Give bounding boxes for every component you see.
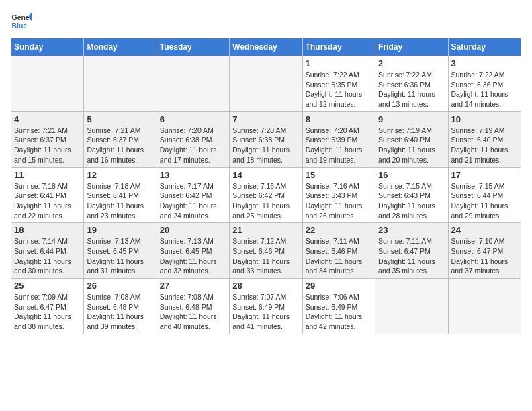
calendar-cell: 6Sunrise: 7:20 AM Sunset: 6:38 PM Daylig… [157, 111, 229, 167]
column-header-tuesday: Tuesday [157, 38, 229, 56]
day-info: Sunrise: 7:18 AM Sunset: 6:41 PM Dayligh… [87, 181, 153, 221]
calendar-cell: 2Sunrise: 7:22 AM Sunset: 6:36 PM Daylig… [375, 56, 448, 112]
calendar-cell: 14Sunrise: 7:16 AM Sunset: 6:42 PM Dayli… [230, 167, 302, 223]
day-info: Sunrise: 7:17 AM Sunset: 6:42 PM Dayligh… [160, 181, 226, 221]
calendar-cell: 18Sunrise: 7:14 AM Sunset: 6:44 PM Dayli… [11, 223, 84, 279]
day-number: 27 [160, 281, 226, 291]
week-row-2: 4Sunrise: 7:21 AM Sunset: 6:37 PM Daylig… [11, 111, 521, 167]
calendar-cell: 23Sunrise: 7:11 AM Sunset: 6:47 PM Dayli… [375, 223, 448, 279]
day-number: 25 [14, 281, 81, 291]
day-info: Sunrise: 7:16 AM Sunset: 6:42 PM Dayligh… [232, 181, 299, 221]
calendar-cell: 13Sunrise: 7:17 AM Sunset: 6:42 PM Dayli… [157, 167, 229, 223]
day-number: 28 [232, 281, 299, 291]
day-info: Sunrise: 7:16 AM Sunset: 6:43 PM Dayligh… [306, 181, 372, 221]
calendar-cell: 15Sunrise: 7:16 AM Sunset: 6:43 PM Dayli… [302, 167, 375, 223]
calendar-cell: 20Sunrise: 7:13 AM Sunset: 6:45 PM Dayli… [157, 223, 229, 279]
day-info: Sunrise: 7:10 AM Sunset: 6:47 PM Dayligh… [451, 236, 518, 276]
day-info: Sunrise: 7:11 AM Sunset: 6:46 PM Dayligh… [306, 236, 372, 276]
day-number: 11 [14, 170, 81, 180]
day-number: 20 [160, 225, 226, 235]
calendar-cell: 27Sunrise: 7:08 AM Sunset: 6:48 PM Dayli… [157, 279, 229, 334]
day-info: Sunrise: 7:07 AM Sunset: 6:49 PM Dayligh… [232, 292, 299, 332]
day-info: Sunrise: 7:13 AM Sunset: 6:45 PM Dayligh… [87, 236, 153, 276]
calendar-cell: 10Sunrise: 7:19 AM Sunset: 6:40 PM Dayli… [448, 111, 521, 167]
day-info: Sunrise: 7:06 AM Sunset: 6:49 PM Dayligh… [306, 292, 372, 332]
calendar-cell: 3Sunrise: 7:22 AM Sunset: 6:36 PM Daylig… [448, 56, 521, 112]
day-info: Sunrise: 7:22 AM Sunset: 6:36 PM Dayligh… [378, 70, 445, 109]
day-number: 13 [160, 170, 226, 180]
calendar-cell: 5Sunrise: 7:21 AM Sunset: 6:37 PM Daylig… [84, 111, 157, 167]
calendar-cell: 28Sunrise: 7:07 AM Sunset: 6:49 PM Dayli… [230, 279, 302, 334]
calendar-cell: 16Sunrise: 7:15 AM Sunset: 6:43 PM Dayli… [375, 167, 448, 223]
day-info: Sunrise: 7:21 AM Sunset: 6:37 PM Dayligh… [14, 126, 81, 165]
day-info: Sunrise: 7:13 AM Sunset: 6:45 PM Dayligh… [160, 236, 226, 276]
calendar-cell: 22Sunrise: 7:11 AM Sunset: 6:46 PM Dayli… [302, 223, 375, 279]
day-number: 2 [378, 58, 445, 68]
day-info: Sunrise: 7:12 AM Sunset: 6:46 PM Dayligh… [232, 236, 299, 276]
day-info: Sunrise: 7:20 AM Sunset: 6:38 PM Dayligh… [160, 126, 226, 165]
calendar-cell [157, 56, 229, 112]
column-header-monday: Monday [84, 38, 157, 56]
day-info: Sunrise: 7:15 AM Sunset: 6:43 PM Dayligh… [378, 181, 445, 221]
day-number: 6 [160, 114, 226, 124]
calendar-cell: 25Sunrise: 7:09 AM Sunset: 6:47 PM Dayli… [11, 279, 84, 334]
day-number: 16 [378, 170, 445, 180]
column-header-saturday: Saturday [448, 38, 521, 56]
day-info: Sunrise: 7:11 AM Sunset: 6:47 PM Dayligh… [378, 236, 445, 276]
day-info: Sunrise: 7:18 AM Sunset: 6:41 PM Dayligh… [14, 181, 81, 221]
week-row-5: 25Sunrise: 7:09 AM Sunset: 6:47 PM Dayli… [11, 279, 521, 334]
day-number: 26 [87, 281, 153, 291]
day-info: Sunrise: 7:08 AM Sunset: 6:48 PM Dayligh… [87, 292, 153, 332]
week-row-4: 18Sunrise: 7:14 AM Sunset: 6:44 PM Dayli… [11, 223, 521, 279]
column-header-friday: Friday [375, 38, 448, 56]
calendar-cell: 26Sunrise: 7:08 AM Sunset: 6:48 PM Dayli… [84, 279, 157, 334]
calendar-cell: 11Sunrise: 7:18 AM Sunset: 6:41 PM Dayli… [11, 167, 84, 223]
calendar-cell: 29Sunrise: 7:06 AM Sunset: 6:49 PM Dayli… [302, 279, 375, 334]
day-number: 14 [232, 170, 299, 180]
calendar-cell: 19Sunrise: 7:13 AM Sunset: 6:45 PM Dayli… [84, 223, 157, 279]
day-info: Sunrise: 7:19 AM Sunset: 6:40 PM Dayligh… [451, 126, 518, 165]
day-number: 22 [306, 225, 372, 235]
generalblue-logo-icon: General Blue [11, 11, 32, 32]
calendar-cell [375, 279, 448, 334]
calendar-cell: 9Sunrise: 7:19 AM Sunset: 6:40 PM Daylig… [375, 111, 448, 167]
week-row-3: 11Sunrise: 7:18 AM Sunset: 6:41 PM Dayli… [11, 167, 521, 223]
day-number: 8 [306, 114, 372, 124]
calendar-cell: 17Sunrise: 7:15 AM Sunset: 6:44 PM Dayli… [448, 167, 521, 223]
calendar-cell [230, 56, 302, 112]
day-info: Sunrise: 7:08 AM Sunset: 6:48 PM Dayligh… [160, 292, 226, 332]
day-info: Sunrise: 7:20 AM Sunset: 6:39 PM Dayligh… [306, 126, 372, 165]
day-info: Sunrise: 7:22 AM Sunset: 6:36 PM Dayligh… [451, 70, 518, 109]
day-info: Sunrise: 7:19 AM Sunset: 6:40 PM Dayligh… [378, 126, 445, 165]
day-number: 15 [306, 170, 372, 180]
day-number: 18 [14, 225, 81, 235]
day-number: 23 [378, 225, 445, 235]
calendar-cell: 1Sunrise: 7:22 AM Sunset: 6:35 PM Daylig… [302, 56, 375, 112]
column-header-wednesday: Wednesday [230, 38, 302, 56]
calendar-header-row: SundayMondayTuesdayWednesdayThursdayFrid… [11, 38, 521, 56]
day-number: 29 [306, 281, 372, 291]
day-info: Sunrise: 7:20 AM Sunset: 6:38 PM Dayligh… [232, 126, 299, 165]
day-info: Sunrise: 7:22 AM Sunset: 6:35 PM Dayligh… [306, 70, 372, 109]
day-number: 9 [378, 114, 445, 124]
day-info: Sunrise: 7:15 AM Sunset: 6:44 PM Dayligh… [451, 181, 518, 221]
day-number: 17 [451, 170, 518, 180]
calendar-table: SundayMondayTuesdayWednesdayThursdayFrid… [11, 38, 521, 334]
day-number: 21 [232, 225, 299, 235]
logo: General Blue [11, 11, 32, 32]
header: General Blue [11, 11, 521, 32]
week-row-1: 1Sunrise: 7:22 AM Sunset: 6:35 PM Daylig… [11, 56, 521, 112]
calendar-cell [448, 279, 521, 334]
day-number: 10 [451, 114, 518, 124]
calendar-cell [84, 56, 157, 112]
day-number: 24 [451, 225, 518, 235]
calendar-cell: 24Sunrise: 7:10 AM Sunset: 6:47 PM Dayli… [448, 223, 521, 279]
day-number: 19 [87, 225, 153, 235]
day-number: 4 [14, 114, 81, 124]
calendar-cell: 8Sunrise: 7:20 AM Sunset: 6:39 PM Daylig… [302, 111, 375, 167]
calendar-cell: 21Sunrise: 7:12 AM Sunset: 6:46 PM Dayli… [230, 223, 302, 279]
day-info: Sunrise: 7:14 AM Sunset: 6:44 PM Dayligh… [14, 236, 81, 276]
day-number: 12 [87, 170, 153, 180]
column-header-sunday: Sunday [11, 38, 84, 56]
day-number: 1 [306, 58, 372, 68]
